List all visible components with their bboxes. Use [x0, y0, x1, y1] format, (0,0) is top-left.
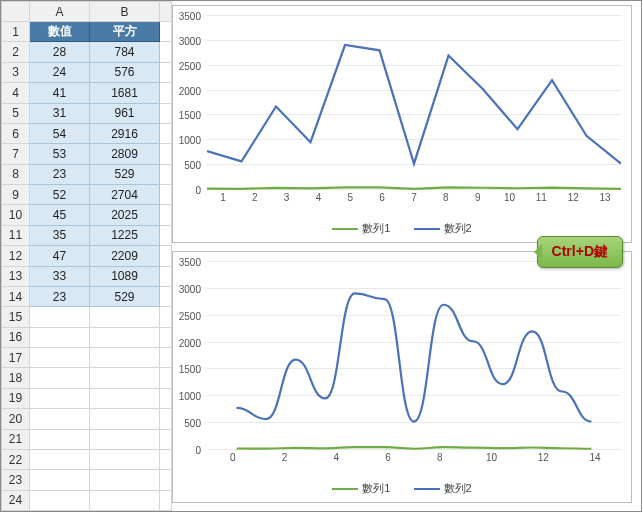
- cell[interactable]: [90, 327, 160, 347]
- cell[interactable]: 2209: [90, 246, 160, 266]
- row-header[interactable]: 22: [2, 449, 30, 469]
- chart-2[interactable]: 0500100015002000250030003500 02468101214…: [172, 251, 632, 503]
- col-header-B[interactable]: B: [90, 2, 160, 22]
- cell[interactable]: [160, 368, 172, 388]
- cell[interactable]: [160, 83, 172, 103]
- cell[interactable]: [160, 246, 172, 266]
- cell[interactable]: [90, 429, 160, 449]
- cell[interactable]: 2916: [90, 123, 160, 143]
- cell[interactable]: 2809: [90, 144, 160, 164]
- cell[interactable]: [90, 449, 160, 469]
- cell[interactable]: 45: [30, 205, 90, 225]
- row-header[interactable]: 6: [2, 123, 30, 143]
- cell[interactable]: [30, 348, 90, 368]
- cell[interactable]: [160, 286, 172, 306]
- cell[interactable]: [30, 490, 90, 510]
- cell[interactable]: [160, 185, 172, 205]
- cell[interactable]: [160, 409, 172, 429]
- row-header[interactable]: 18: [2, 368, 30, 388]
- cell[interactable]: 1225: [90, 225, 160, 245]
- row-header[interactable]: 17: [2, 348, 30, 368]
- cell[interactable]: 23: [30, 286, 90, 306]
- chart-1[interactable]: 0500100015002000250030003500 12345678910…: [172, 5, 632, 243]
- cell[interactable]: 2704: [90, 185, 160, 205]
- cell[interactable]: [30, 470, 90, 490]
- cell[interactable]: 31: [30, 103, 90, 123]
- cell[interactable]: [160, 266, 172, 286]
- cell[interactable]: 47: [30, 246, 90, 266]
- cell[interactable]: [160, 42, 172, 62]
- cell[interactable]: [30, 307, 90, 327]
- row-header[interactable]: 20: [2, 409, 30, 429]
- cell[interactable]: [90, 409, 160, 429]
- cell[interactable]: [30, 327, 90, 347]
- cell[interactable]: [160, 123, 172, 143]
- row-header[interactable]: 9: [2, 185, 30, 205]
- cell[interactable]: 576: [90, 62, 160, 82]
- cell[interactable]: 23: [30, 164, 90, 184]
- cell[interactable]: [160, 490, 172, 510]
- row-header[interactable]: 11: [2, 225, 30, 245]
- row-header[interactable]: 12: [2, 246, 30, 266]
- cell[interactable]: 529: [90, 286, 160, 306]
- row-header[interactable]: 5: [2, 103, 30, 123]
- cell[interactable]: [90, 348, 160, 368]
- cell[interactable]: [160, 470, 172, 490]
- cell[interactable]: [160, 388, 172, 408]
- cell[interactable]: [90, 307, 160, 327]
- row-header[interactable]: 19: [2, 388, 30, 408]
- col-header-A[interactable]: A: [30, 2, 90, 22]
- cell[interactable]: [160, 144, 172, 164]
- cell[interactable]: [160, 449, 172, 469]
- row-header[interactable]: 16: [2, 327, 30, 347]
- cell[interactable]: [90, 490, 160, 510]
- row-header[interactable]: 7: [2, 144, 30, 164]
- cell[interactable]: [160, 348, 172, 368]
- cell[interactable]: 28: [30, 42, 90, 62]
- cell[interactable]: 784: [90, 42, 160, 62]
- row-header[interactable]: 23: [2, 470, 30, 490]
- row-header[interactable]: 4: [2, 83, 30, 103]
- select-all-corner[interactable]: [2, 2, 30, 22]
- cell[interactable]: 平方: [90, 22, 160, 42]
- cell[interactable]: [160, 22, 172, 42]
- row-header[interactable]: 3: [2, 62, 30, 82]
- cell[interactable]: 53: [30, 144, 90, 164]
- cell[interactable]: 1681: [90, 83, 160, 103]
- cell[interactable]: [90, 388, 160, 408]
- row-header[interactable]: 21: [2, 429, 30, 449]
- row-header[interactable]: 15: [2, 307, 30, 327]
- cell[interactable]: 529: [90, 164, 160, 184]
- cell[interactable]: [160, 429, 172, 449]
- row-header[interactable]: 13: [2, 266, 30, 286]
- cell[interactable]: 24: [30, 62, 90, 82]
- cell[interactable]: 數值: [30, 22, 90, 42]
- cell[interactable]: [90, 470, 160, 490]
- col-header-C[interactable]: [160, 2, 172, 22]
- cell[interactable]: 52: [30, 185, 90, 205]
- row-header[interactable]: 8: [2, 164, 30, 184]
- row-header[interactable]: 2: [2, 42, 30, 62]
- cell[interactable]: [30, 368, 90, 388]
- cell[interactable]: [30, 388, 90, 408]
- cell[interactable]: [160, 307, 172, 327]
- cell[interactable]: [160, 103, 172, 123]
- row-header[interactable]: 10: [2, 205, 30, 225]
- cell[interactable]: [160, 62, 172, 82]
- cell[interactable]: [160, 327, 172, 347]
- row-header[interactable]: 14: [2, 286, 30, 306]
- cell[interactable]: [30, 429, 90, 449]
- row-header[interactable]: 1: [2, 22, 30, 42]
- cell[interactable]: 35: [30, 225, 90, 245]
- cell[interactable]: [160, 164, 172, 184]
- cell[interactable]: [160, 225, 172, 245]
- spreadsheet-grid[interactable]: A B 1數值平方2287843245764411681531961654291…: [1, 1, 172, 511]
- row-header[interactable]: 24: [2, 490, 30, 510]
- cell[interactable]: 2025: [90, 205, 160, 225]
- cell[interactable]: 961: [90, 103, 160, 123]
- cell[interactable]: 1089: [90, 266, 160, 286]
- cell[interactable]: 54: [30, 123, 90, 143]
- cell[interactable]: [160, 205, 172, 225]
- cell[interactable]: 33: [30, 266, 90, 286]
- cell[interactable]: [30, 449, 90, 469]
